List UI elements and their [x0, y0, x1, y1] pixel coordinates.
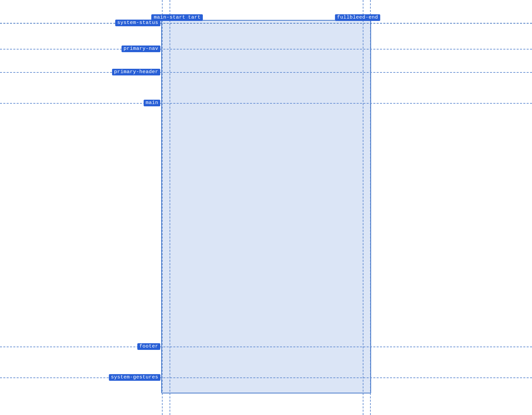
row-line-primary-nav: [0, 49, 532, 50]
row-line-primary-header: [0, 72, 532, 73]
device-frame: [161, 20, 371, 393]
column-line-fullbleed-end: [370, 0, 371, 415]
row-line-system-status: [0, 23, 532, 24]
tick-primary-header: [160, 72, 162, 73]
tick-system-gestures: [160, 377, 162, 378]
tick-main: [160, 103, 162, 104]
row-label-system-gestures: system-gestures: [109, 374, 160, 381]
row-label-primary-nav: primary-nav: [121, 46, 160, 52]
tick-primary-nav: [160, 49, 162, 50]
layout-grid-diagram: fullbleed-startmain-startmain-endfullble…: [0, 0, 532, 415]
column-line-main-end: [363, 0, 363, 415]
row-label-main: main: [144, 100, 160, 106]
row-label-primary-header: primary-header: [112, 69, 160, 75]
column-line-fullbleed-start: [162, 0, 163, 415]
tick-system-status: [160, 23, 162, 24]
row-line-footer: [0, 347, 532, 347]
row-line-main: [0, 103, 532, 104]
column-label-fullbleed-end: fullbleed-end: [335, 14, 380, 21]
row-line-system-gestures: [0, 377, 532, 378]
row-label-footer: footer: [137, 343, 160, 350]
row-label-system-status: system-status: [115, 20, 160, 26]
column-line-main-start: [170, 0, 170, 415]
tick-footer: [160, 347, 162, 347]
